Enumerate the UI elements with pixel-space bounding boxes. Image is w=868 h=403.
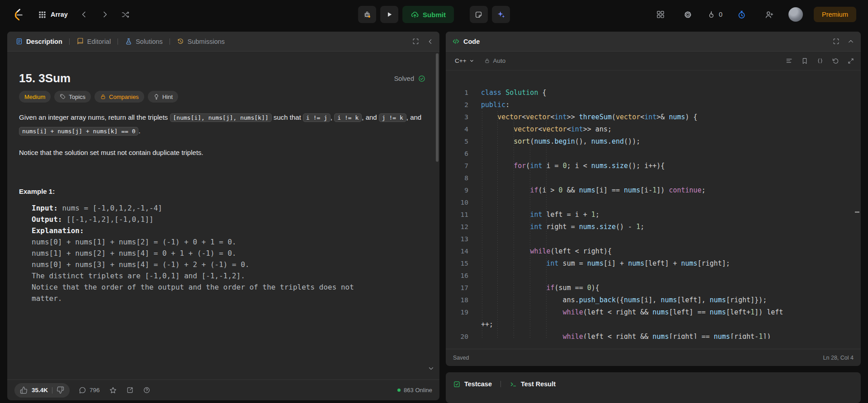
expand-panel-button[interactable] <box>412 37 420 45</box>
prev-question-button[interactable] <box>76 6 92 23</box>
leetcode-logo[interactable] <box>12 8 24 21</box>
notes-button[interactable] <box>470 6 488 23</box>
workspace: Description Editorial Solutions <box>0 29 868 403</box>
note-icon <box>474 10 483 19</box>
code-line: 7 for(int i = 0; i < nums.size(); i++){ <box>446 160 861 172</box>
settings-button[interactable] <box>679 6 696 23</box>
editor-toolbar: C++ Auto <box>446 52 861 70</box>
testcase-label: Testcase <box>464 380 492 388</box>
fullscreen-editor-button[interactable] <box>847 57 854 65</box>
submit-label: Submit <box>423 11 446 19</box>
streak-count: 0 <box>719 11 722 18</box>
code-line: 18 ans.push_back({nums[i], nums[left], n… <box>446 294 861 306</box>
description-scrollbar[interactable] <box>436 53 439 162</box>
expand-diagonal-icon <box>847 57 854 65</box>
example-line: nums[0] + nums[3] + nums[4] = (-1) + 2 +… <box>32 259 362 270</box>
tab-test-result[interactable]: Test Result <box>509 380 556 388</box>
topics-label: Topics <box>69 94 85 100</box>
line-number: 10 <box>446 197 481 209</box>
flask-icon <box>125 37 132 45</box>
auto-toggle[interactable]: Auto <box>484 57 506 64</box>
tab-divider <box>69 38 70 45</box>
line-number: 13 <box>446 233 481 245</box>
collapse-code-panel-button[interactable] <box>847 38 854 45</box>
submit-button[interactable]: Submit <box>402 6 454 23</box>
run-button[interactable] <box>380 6 398 23</box>
expand-code-panel-button[interactable] <box>832 37 840 45</box>
difficulty-badge[interactable]: Medium <box>19 91 51 103</box>
thumbs-down-icon <box>57 386 64 394</box>
code-panel-header: Code <box>446 32 861 52</box>
sparkles-icon <box>496 10 505 19</box>
problem-list-label: Array <box>51 11 68 18</box>
save-status: Saved <box>453 355 469 361</box>
solved-status: Solved <box>394 75 426 83</box>
collapse-panel-button[interactable] <box>427 38 434 45</box>
random-question-button[interactable] <box>118 7 133 23</box>
help-button[interactable] <box>143 386 151 394</box>
companies-badge[interactable]: Companies <box>94 91 144 103</box>
lock-icon <box>484 58 490 64</box>
tab-solutions[interactable]: Solutions <box>122 37 165 45</box>
expand-corners-icon <box>832 37 840 45</box>
timer-button[interactable] <box>733 6 750 23</box>
thumbs-up-button[interactable] <box>20 386 28 394</box>
tab-description[interactable]: Description <box>13 37 65 45</box>
indent-guide <box>497 111 498 339</box>
chevron-down-icon <box>469 58 474 63</box>
topics-badge[interactable]: Topics <box>54 91 91 103</box>
tab-submissions[interactable]: Submissions <box>174 37 227 45</box>
statement-text: , and <box>406 113 421 121</box>
braces-button[interactable] <box>816 57 824 65</box>
hint-badge[interactable]: Hint <box>148 91 178 103</box>
example-line: nums[0] + nums[1] + nums[2] = (-1) + 0 +… <box>32 236 362 248</box>
code-line: 15 int sum = nums[i] + nums[left] + nums… <box>446 258 861 270</box>
thumbs-down-button[interactable] <box>57 386 64 394</box>
flame-icon <box>707 10 716 19</box>
online-status: 863 Online <box>397 387 432 394</box>
indent-guide <box>514 111 514 339</box>
format-code-button[interactable] <box>785 57 793 65</box>
favorite-button[interactable] <box>109 386 117 394</box>
star-icon <box>109 386 117 394</box>
braces-icon <box>816 57 824 65</box>
line-number: 18 <box>446 294 481 306</box>
premium-button[interactable]: Premium <box>814 7 856 22</box>
debug-button[interactable] <box>358 6 376 23</box>
chevron-up-icon <box>847 38 854 45</box>
share-button[interactable] <box>126 386 134 394</box>
invite-button[interactable] <box>761 6 778 23</box>
code-line: 20 while(left < right && nums[right] == … <box>446 331 861 339</box>
code-editor[interactable]: 1class Solution {2public:3 vector<vector… <box>446 70 861 339</box>
daily-streak[interactable]: 0 <box>707 10 722 19</box>
top-navbar: Array <box>0 0 868 29</box>
problem-list-button[interactable]: Array <box>34 8 71 22</box>
next-question-button[interactable] <box>97 6 113 23</box>
auto-label: Auto <box>493 57 506 64</box>
reset-code-button[interactable] <box>832 57 839 65</box>
layout-button[interactable] <box>652 6 669 23</box>
user-avatar[interactable] <box>788 7 803 22</box>
divider <box>52 387 52 394</box>
chevron-right-icon <box>100 10 109 19</box>
tab-editorial[interactable]: Editorial <box>74 37 113 45</box>
scroll-down-icon[interactable] <box>427 365 435 372</box>
comment-count: 796 <box>90 387 100 394</box>
language-selector[interactable]: C++ <box>452 56 477 66</box>
code-editor-panel: Code C++ <box>446 32 861 366</box>
chevron-left-icon <box>427 38 434 45</box>
comments-button[interactable]: 796 <box>79 386 100 394</box>
code-editor-body: 1class Solution {2public:3 vector<vector… <box>446 70 861 349</box>
description-doc-icon <box>15 37 23 45</box>
tab-submissions-label: Submissions <box>188 38 225 45</box>
shuffle-icon <box>121 10 130 19</box>
statement-text: Given an integer array nums, return all … <box>19 113 170 121</box>
ai-assistant-button[interactable] <box>492 6 510 23</box>
layout-squares-icon <box>656 10 665 19</box>
tab-testcase[interactable]: Testcase <box>453 380 492 388</box>
bookmark-button[interactable] <box>801 57 808 65</box>
thumbs-up-icon <box>20 386 28 394</box>
question-circle-icon <box>143 386 151 394</box>
statement-text: , and <box>362 113 379 121</box>
inline-code: i != k <box>334 113 362 122</box>
